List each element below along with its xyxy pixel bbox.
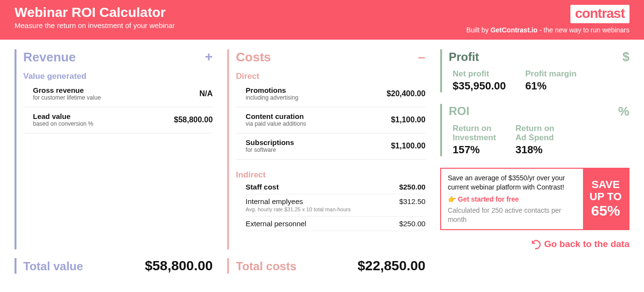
item-title: Gross revenue (33, 86, 101, 94)
item-value: $58,800.00 (174, 116, 213, 124)
internal-label: Internal emplyees (245, 197, 303, 205)
revenue-item: Lead value based on conversion % $58,800… (23, 107, 213, 133)
totals-row: Total value $58,800.00 Total costs $22,8… (0, 249, 644, 278)
staff-cost-value: $250.00 (399, 183, 425, 191)
item-value: $1,100.00 (391, 116, 425, 124)
profit-box: Profit $ Net profit $35,950.00 Profit ma… (440, 49, 629, 92)
page-subtitle: Measure the return on investment of your… (15, 21, 175, 29)
internal-note: Avg. hourly rate $31.25 x 10 total man-h… (245, 206, 425, 217)
net-profit-value: $35,950.00 (453, 80, 506, 92)
page-title: Webinar ROI Calculator (15, 5, 175, 20)
margin-value: 61% (525, 80, 577, 92)
item-title: Promotions (245, 86, 298, 94)
external-label: External personnel (245, 219, 306, 228)
costs-column: Costs – Direct Promotions including adve… (227, 49, 425, 249)
item-sub: based on conversion % (33, 120, 93, 127)
net-profit-label: Net profit (453, 69, 506, 79)
percent-icon: % (618, 104, 629, 119)
roi-label: Return on Investment (453, 124, 496, 143)
item-value: $1,100.00 (391, 142, 425, 150)
indirect-label: Indirect (236, 170, 425, 180)
promo-text: Save an average of $3550/yr over your cu… (448, 174, 576, 192)
builtby-line: Built by GetContrast.io - the new way to… (466, 26, 629, 34)
roi-heading: ROI (449, 104, 470, 118)
profit-heading: Profit (449, 50, 479, 64)
promo-badge: SAVE UP TO 65% (583, 169, 629, 230)
undo-icon (531, 239, 541, 249)
cost-item: Subscriptions for software $1,100.00 (236, 133, 425, 160)
header: Webinar ROI Calculator Measure the retur… (0, 0, 644, 40)
item-sub: for software (245, 146, 294, 153)
item-title: Content curation (245, 112, 306, 120)
item-value: N/A (199, 89, 213, 98)
item-title: Lead value (33, 112, 93, 120)
revenue-item: Gross revenue for customer lifetime valu… (23, 81, 213, 107)
go-back-link[interactable]: Go back to the data (440, 239, 629, 249)
direct-label: Direct (236, 72, 425, 81)
roi-box: ROI % Return on Investment 157% Return o… (440, 104, 629, 156)
staff-cost-label: Staff cost (245, 183, 278, 191)
dollar-icon: $ (623, 49, 629, 64)
roas-label: Return on Ad Spend (515, 124, 554, 143)
item-sub: including advertising (245, 94, 298, 101)
item-sub: via paid value additions (245, 120, 306, 127)
promo-note: Calculated for 250 active contacts per m… (448, 206, 576, 224)
get-started-link[interactable]: 👉 Get started for free (448, 195, 576, 203)
margin-label: Profit margin (525, 69, 577, 79)
total-costs-amount: $22,850.00 (358, 258, 426, 274)
roas-value: 318% (515, 144, 554, 156)
revenue-heading: Revenue (23, 50, 76, 65)
right-column: Profit $ Net profit $35,950.00 Profit ma… (440, 49, 629, 249)
total-value-label: Total value (23, 260, 83, 273)
roi-value: 157% (453, 144, 496, 156)
cost-item: Content curation via paid value addition… (236, 107, 425, 133)
item-sub: for customer lifetime value (33, 94, 101, 101)
promo-box: Save an average of $3550/yr over your cu… (440, 168, 629, 231)
costs-heading: Costs (236, 50, 271, 65)
pointing-icon: 👉 (448, 195, 456, 203)
internal-value: $312.50 (399, 197, 425, 205)
total-value-amount: $58,800.00 (145, 258, 213, 274)
logo: contrast (570, 5, 629, 23)
cost-item: Promotions including advertising $20,400… (236, 81, 425, 107)
main-columns: Revenue + Value generated Gross revenue … (0, 40, 644, 249)
item-title: Subscriptions (245, 138, 294, 146)
plus-icon: + (205, 49, 213, 65)
revenue-subheading: Value generated (23, 72, 213, 81)
total-costs-label: Total costs (236, 260, 296, 273)
item-value: $20,400.00 (387, 89, 426, 98)
minus-icon: – (418, 49, 426, 65)
external-value: $250.00 (399, 219, 425, 228)
revenue-column: Revenue + Value generated Gross revenue … (15, 49, 213, 249)
